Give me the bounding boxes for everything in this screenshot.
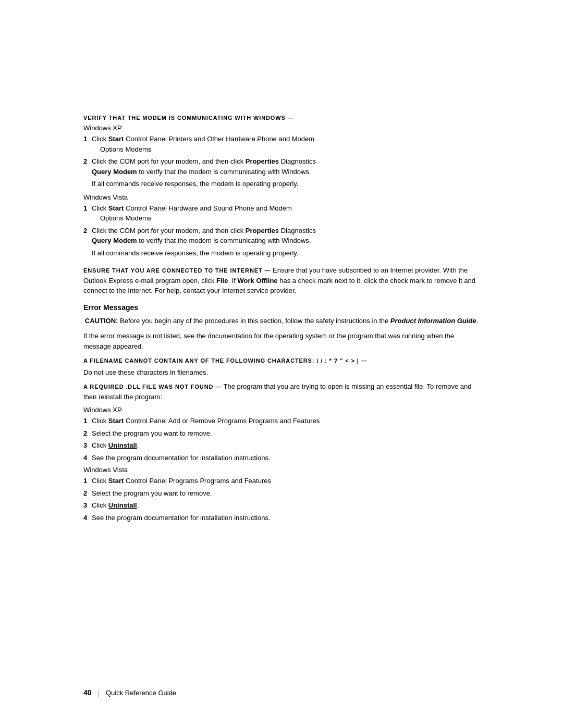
err-xp-step4-num: 4 [83,453,87,463]
err-windows-xp-label: Windows XP [83,406,480,414]
xp-step1-text1: Control Panel [126,135,167,143]
ensure-file: File [216,277,228,285]
filename-text: Do not use these characters in filenames… [83,367,480,378]
vista-step1-start: Start [108,204,124,212]
filename-heading: A filename cannot contain any of the fol… [83,356,480,365]
vista-step1-hw: Hardware and Sound [168,204,232,212]
error-intro: If the error message is not listed, see … [83,331,480,351]
err-vista-step3-text: Click Uninstall. [92,500,480,511]
vista-step2: 2 Click the COM port for your modem, and… [92,226,480,246]
err-vista-step1: 1 Click Start Control Panel Programs Pro… [92,476,480,486]
error-messages-section: Error Messages CAUTION: Before you begin… [83,303,480,523]
dll-block: A required .dll file was not found — The… [83,381,480,402]
xp-step1-start: Start [108,135,124,143]
xp-if-all: If all commands receive responses, the m… [92,179,480,189]
err-xp-step1-text: Click Start Control Panel Add or Remove … [92,416,480,426]
err-vista-step1-text: Click Start Control Panel Programs Progr… [92,476,480,486]
err-vista-step3-period: . [137,501,139,509]
err-vista-step1-pf: Programs and Features [200,477,271,485]
xp-step1: 1 Click Start Control Panel Printers and… [92,134,480,154]
product-guide: Product Information Guide [390,317,476,325]
vista-step1-phone: Phone and Modem [235,204,292,212]
caution-label: CAUTION: [85,317,118,325]
footer: 40 | Quick Reference Guide [83,688,480,697]
footer-divider: | [98,689,100,697]
err-windows-vista-label: Windows Vista [83,466,480,474]
xp-step1-modems: Modems [125,145,151,153]
xp-step2-query: Query Modem to verify that the modem is … [92,168,311,176]
vista-step1-options: Options [100,214,124,222]
ensure-paragraph: Ensure that you are connected to the Int… [83,265,480,296]
xp-step1-click: Click [92,135,108,143]
err-xp-step1-num: 1 [83,416,87,426]
caution-end: . [476,317,479,325]
err-vista-step1-num: 1 [83,476,87,486]
dll-heading: A required .dll file was not found — [83,384,222,390]
err-xp-step1-pf: Programs and Features [249,417,320,425]
ensure-work-offline: Work Offline [238,277,278,285]
err-xp-step4-text: See the program documentation for instal… [92,453,480,463]
err-xp-step1: 1 Click Start Control Panel Add or Remov… [92,416,480,426]
err-vista-step3-click: Click [92,501,108,509]
xp-step1-text3: Phone and Modem [257,135,314,143]
vista-step1-cp: Control Panel [126,204,167,212]
err-vista-step1-prog: Programs [168,477,198,485]
err-xp-step3: 3 Click Uninstall. [92,440,480,451]
err-vista-step4-num: 4 [83,513,87,523]
caution-text: Before you begin any of the procedures i… [118,317,390,325]
xp-step2-query-bold: Query Modem [92,168,137,176]
xp-step2: 2 Click the COM port for your modem, and… [92,156,480,177]
err-xp-step2-num: 2 [83,428,87,439]
vista-step2-query-bold: Query Modem [92,237,137,244]
xp-step1-num: 1 [83,134,87,144]
err-vista-step1-cp: Control Panel [126,477,167,485]
ensure-section: Ensure that you are connected to the Int… [83,265,480,296]
caution-block: CAUTION: Before you begin any of the pro… [83,316,480,326]
vista-step1-modems: Modems [125,214,151,222]
verify-section: Verify that the modem is communicating w… [83,115,480,258]
err-xp-step3-period: . [137,441,139,449]
err-vista-step3-uninstall: Uninstall [108,501,137,509]
err-xp-step4: 4 See the program documentation for inst… [92,453,480,463]
vista-step2-text: Click the COM port for your modem, and t… [92,226,480,246]
err-xp-step3-num: 3 [83,440,87,451]
vista-step1-click: Click [92,204,108,212]
err-vista-step1-click: Click [92,477,108,485]
err-vista-step4-text: See the program documentation for instal… [92,513,480,523]
err-vista-step2-num: 2 [83,488,87,499]
err-xp-step1-cp: Control Panel [126,417,167,425]
err-vista-step2: 2 Select the program you want to remove. [92,488,480,499]
windows-xp-label-1: Windows XP [83,124,480,132]
xp-step2-num: 2 [83,156,87,167]
xp-step2-properties: Properties [246,157,279,165]
vista-step1-num: 1 [83,203,87,214]
xp-step1-options: Options [100,145,124,153]
xp-step1-text: Click Start Control Panel Printers and O… [92,134,480,154]
err-xp-step3-uninstall: Uninstall [108,441,137,449]
windows-vista-label-1: Windows Vista [83,193,480,201]
vista-step2-before: Click the COM port for your modem, and t… [92,227,246,235]
error-messages-heading: Error Messages [83,303,480,312]
vista-step2-num: 2 [83,226,87,236]
err-vista-step1-start: Start [108,477,124,485]
err-vista-step3-num: 3 [83,500,87,511]
err-xp-step1-click: Click [92,417,108,425]
vista-step1: 1 Click Start Control Panel Hardware and… [92,203,480,224]
xp-step2-diag: Diagnostics [281,157,316,165]
vista-step2-properties: Properties [246,227,279,235]
err-vista-step3: 3 Click Uninstall. [92,500,480,511]
err-vista-step2-text: Select the program you want to remove. [92,488,480,499]
err-xp-step3-click: Click [92,441,108,449]
vista-step2-diag: Diagnostics [281,227,316,235]
footer-label: Quick Reference Guide [106,689,176,697]
xp-step1-text2: Printers and Other Hardware [168,135,255,143]
xp-step2-before: Click the COM port for your modem, and t… [92,157,246,165]
err-xp-step1-add: Add or Remove Programs [168,417,247,425]
verify-heading: Verify that the modem is communicating w… [83,115,480,121]
xp-step2-text: Click the COM port for your modem, and t… [92,156,480,177]
vista-if-all: If all commands receive responses, the m… [92,248,480,258]
ensure-text2: . If [228,277,237,285]
err-vista-step4: 4 See the program documentation for inst… [92,513,480,523]
err-xp-step3-text: Click Uninstall. [92,440,480,451]
err-xp-step2: 2 Select the program you want to remove. [92,428,480,439]
